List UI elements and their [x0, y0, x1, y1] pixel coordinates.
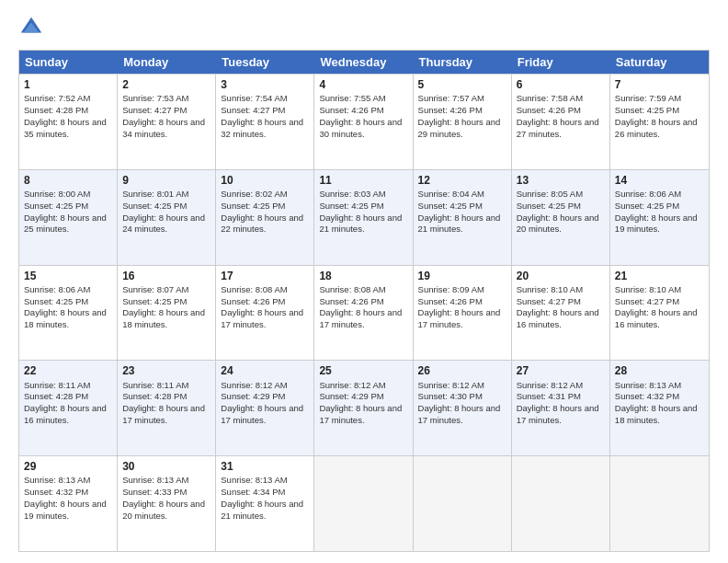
sunrise-text: Sunrise: 8:06 AM: [615, 189, 704, 201]
day-number: 17: [221, 269, 309, 283]
day-number: 9: [122, 173, 210, 188]
sunrise-text: Sunrise: 8:10 AM: [615, 284, 704, 296]
sunset-text: Sunset: 4:27 PM: [615, 296, 704, 308]
sunrise-text: Sunrise: 8:10 AM: [517, 284, 605, 296]
sunset-text: Sunset: 4:32 PM: [615, 391, 704, 403]
calendar-row-4: 22Sunrise: 8:11 AMSunset: 4:28 PMDayligh…: [19, 360, 709, 455]
day-number: 13: [517, 173, 605, 188]
daylight-text: Daylight: 8 hours and 29 minutes.: [418, 117, 506, 141]
header-day-tuesday: Tuesday: [216, 51, 314, 74]
sunrise-text: Sunrise: 8:04 AM: [418, 189, 506, 201]
day-number: 31: [221, 459, 309, 474]
sunrise-text: Sunrise: 8:12 AM: [221, 380, 309, 392]
header-day-sunday: Sunday: [19, 51, 118, 74]
daylight-text: Daylight: 8 hours and 17 minutes.: [319, 307, 407, 331]
sunrise-text: Sunrise: 8:01 AM: [122, 189, 210, 201]
calendar-cell: 15Sunrise: 8:06 AMSunset: 4:25 PMDayligh…: [19, 266, 118, 361]
daylight-text: Daylight: 8 hours and 21 minutes.: [418, 213, 506, 236]
sunset-text: Sunset: 4:31 PM: [517, 391, 605, 403]
calendar-cell: 6Sunrise: 7:58 AMSunset: 4:26 PMDaylight…: [512, 75, 610, 169]
sunrise-text: Sunrise: 7:53 AM: [122, 93, 210, 105]
sunset-text: Sunset: 4:28 PM: [24, 105, 112, 117]
calendar-cell: 17Sunrise: 8:08 AMSunset: 4:26 PMDayligh…: [216, 266, 314, 361]
day-number: 19: [418, 269, 506, 283]
daylight-text: Daylight: 8 hours and 17 minutes.: [418, 307, 506, 331]
calendar-cell: 25Sunrise: 8:12 AMSunset: 4:29 PMDayligh…: [314, 361, 413, 455]
sunset-text: Sunset: 4:25 PM: [319, 201, 407, 213]
calendar-cell: 27Sunrise: 8:12 AMSunset: 4:31 PMDayligh…: [512, 361, 610, 455]
sunset-text: Sunset: 4:25 PM: [24, 296, 112, 308]
sunrise-text: Sunrise: 7:57 AM: [418, 93, 506, 105]
sunrise-text: Sunrise: 8:12 AM: [418, 380, 506, 392]
calendar-cell: 29Sunrise: 8:13 AMSunset: 4:32 PMDayligh…: [19, 456, 118, 551]
calendar-cell: 18Sunrise: 8:08 AMSunset: 4:26 PMDayligh…: [314, 266, 413, 361]
sunset-text: Sunset: 4:27 PM: [517, 296, 605, 308]
calendar-cell: 11Sunrise: 8:03 AMSunset: 4:25 PMDayligh…: [314, 170, 413, 265]
daylight-text: Daylight: 8 hours and 25 minutes.: [24, 213, 112, 236]
calendar-cell: 26Sunrise: 8:12 AMSunset: 4:30 PMDayligh…: [414, 361, 512, 455]
day-number: 20: [517, 269, 605, 283]
calendar-cell: 22Sunrise: 8:11 AMSunset: 4:28 PMDayligh…: [19, 361, 118, 455]
daylight-text: Daylight: 8 hours and 24 minutes.: [122, 213, 210, 236]
daylight-text: Daylight: 8 hours and 17 minutes.: [517, 403, 605, 427]
calendar-body: 1Sunrise: 7:52 AMSunset: 4:28 PMDaylight…: [19, 74, 709, 551]
sunset-text: Sunset: 4:27 PM: [122, 105, 210, 117]
daylight-text: Daylight: 8 hours and 22 minutes.: [221, 213, 309, 236]
sunrise-text: Sunrise: 7:52 AM: [24, 93, 112, 105]
calendar-cell: 19Sunrise: 8:09 AMSunset: 4:26 PMDayligh…: [414, 266, 512, 361]
sunrise-text: Sunrise: 8:12 AM: [319, 380, 407, 392]
sunset-text: Sunset: 4:25 PM: [615, 201, 704, 213]
calendar-row-5: 29Sunrise: 8:13 AMSunset: 4:32 PMDayligh…: [19, 455, 709, 551]
daylight-text: Daylight: 8 hours and 16 minutes.: [615, 307, 704, 331]
daylight-text: Daylight: 8 hours and 17 minutes.: [418, 403, 506, 427]
calendar-cell: 16Sunrise: 8:07 AMSunset: 4:25 PMDayligh…: [118, 266, 216, 361]
calendar-cell: 10Sunrise: 8:02 AMSunset: 4:25 PMDayligh…: [216, 170, 314, 265]
sunset-text: Sunset: 4:25 PM: [24, 201, 112, 213]
daylight-text: Daylight: 8 hours and 20 minutes.: [122, 499, 210, 523]
sunrise-text: Sunrise: 7:55 AM: [319, 93, 407, 105]
calendar-row-1: 1Sunrise: 7:52 AMSunset: 4:28 PMDaylight…: [19, 74, 709, 169]
daylight-text: Daylight: 8 hours and 34 minutes.: [122, 117, 210, 141]
daylight-text: Daylight: 8 hours and 18 minutes.: [24, 307, 112, 331]
daylight-text: Daylight: 8 hours and 27 minutes.: [517, 117, 605, 141]
sunset-text: Sunset: 4:26 PM: [418, 296, 506, 308]
day-number: 4: [319, 77, 407, 92]
calendar-cell: 3Sunrise: 7:54 AMSunset: 4:27 PMDaylight…: [216, 75, 314, 169]
daylight-text: Daylight: 8 hours and 19 minutes.: [615, 213, 704, 236]
day-number: 27: [517, 363, 605, 378]
calendar-cell: 20Sunrise: 8:10 AMSunset: 4:27 PMDayligh…: [512, 266, 610, 361]
day-number: 11: [319, 173, 407, 188]
sunset-text: Sunset: 4:29 PM: [319, 391, 407, 403]
day-number: 7: [615, 77, 704, 92]
header-day-friday: Friday: [512, 51, 610, 74]
day-number: 3: [221, 77, 309, 92]
calendar-cell: 12Sunrise: 8:04 AMSunset: 4:25 PMDayligh…: [414, 170, 512, 265]
sunrise-text: Sunrise: 8:08 AM: [221, 284, 309, 296]
sunset-text: Sunset: 4:25 PM: [122, 201, 210, 213]
header: [18, 15, 710, 40]
calendar-cell: 31Sunrise: 8:13 AMSunset: 4:34 PMDayligh…: [216, 456, 314, 551]
day-number: 10: [221, 173, 309, 188]
day-number: 8: [24, 173, 112, 188]
day-number: 23: [122, 363, 210, 378]
daylight-text: Daylight: 8 hours and 17 minutes.: [221, 307, 309, 331]
sunrise-text: Sunrise: 8:11 AM: [24, 380, 112, 392]
daylight-text: Daylight: 8 hours and 17 minutes.: [221, 403, 309, 427]
header-day-monday: Monday: [118, 51, 216, 74]
sunrise-text: Sunrise: 8:02 AM: [221, 189, 309, 201]
calendar-header: SundayMondayTuesdayWednesdayThursdayFrid…: [19, 51, 709, 74]
sunrise-text: Sunrise: 8:13 AM: [221, 475, 309, 487]
calendar-cell: 5Sunrise: 7:57 AMSunset: 4:26 PMDaylight…: [414, 75, 512, 169]
daylight-text: Daylight: 8 hours and 16 minutes.: [517, 307, 605, 331]
page: SundayMondayTuesdayWednesdayThursdayFrid…: [0, 0, 728, 563]
day-number: 6: [517, 77, 605, 92]
calendar-cell: [610, 456, 709, 551]
sunset-text: Sunset: 4:25 PM: [615, 105, 704, 117]
sunrise-text: Sunrise: 7:54 AM: [221, 93, 309, 105]
sunset-text: Sunset: 4:30 PM: [418, 391, 506, 403]
day-number: 29: [24, 459, 112, 474]
daylight-text: Daylight: 8 hours and 26 minutes.: [615, 117, 704, 141]
day-number: 18: [319, 269, 407, 283]
day-number: 2: [122, 77, 210, 92]
sunset-text: Sunset: 4:28 PM: [122, 391, 210, 403]
